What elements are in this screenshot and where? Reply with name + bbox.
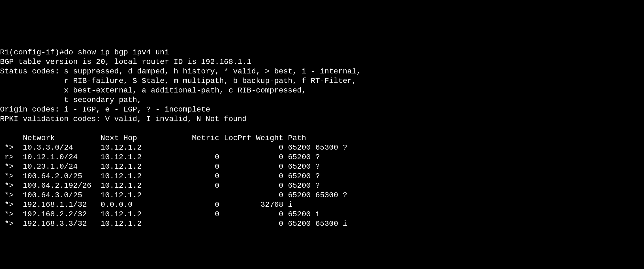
route-locprf — [219, 181, 252, 190]
col-metric: Metric — [192, 134, 219, 142]
route-weight: 0 — [251, 162, 283, 171]
route-path: 65200 65300 ? — [288, 143, 347, 152]
route-network: 10.23.1.0/24 — [23, 162, 101, 171]
route-metric: 0 — [192, 210, 219, 218]
route-metric: 0 — [192, 181, 219, 190]
col-weight: Weight — [256, 134, 283, 142]
route-metric — [192, 191, 219, 199]
table-row: r> 10.12.1.0/24 10.12.1.2 0 0 65200 ? — [0, 153, 320, 161]
origin-codes-line: Origin codes: i - IGP, e - EGP, ? - inco… — [0, 105, 210, 114]
route-metric — [192, 219, 219, 228]
bgp-table-version-line: BGP table version is 20, local router ID… — [0, 58, 251, 66]
route-nexthop: 10.12.1.2 — [101, 143, 192, 152]
col-next-hop: Next Hop — [101, 134, 137, 142]
col-locprf: LocPrf — [224, 134, 251, 142]
status-codes-3: x best-external, a additional-path, c RI… — [64, 86, 306, 95]
status-codes-label: Status codes: — [0, 67, 59, 76]
route-weight: 0 — [251, 210, 283, 218]
table-row: *> 192.168.2.2/32 10.12.1.2 0 0 65200 i — [0, 210, 320, 218]
route-path: 65200 65300 i — [288, 219, 347, 228]
route-weight: 0 — [251, 181, 283, 190]
route-path: i — [288, 200, 293, 209]
status-codes-4: t secondary path, — [64, 96, 142, 104]
terminal-output[interactable]: R1(config-if)#do show ip bgp ipv4 uni BG… — [0, 48, 644, 228]
route-status: *> — [0, 181, 14, 190]
route-nexthop: 10.12.1.2 — [101, 162, 192, 171]
route-locprf — [219, 153, 252, 161]
route-weight: 32768 — [251, 200, 283, 209]
route-path: 65200 ? — [288, 181, 320, 190]
route-locprf — [219, 210, 252, 218]
command-text: do show ip bgp ipv4 uni — [64, 48, 169, 57]
route-weight: 0 — [251, 153, 283, 161]
route-metric: 0 — [192, 162, 219, 171]
route-weight: 0 — [251, 143, 283, 152]
route-path: 65200 i — [288, 210, 320, 218]
route-status: *> — [0, 143, 14, 152]
table-row: *> 100.64.3.0/25 10.12.1.2 0 65200 65300… — [0, 191, 347, 199]
route-path: 65200 ? — [288, 162, 320, 171]
route-nexthop: 0.0.0.0 — [101, 200, 192, 209]
route-metric: 0 — [192, 200, 219, 209]
route-network: 100.64.3.0/25 — [23, 191, 101, 199]
route-network: 192.168.2.2/32 — [23, 210, 101, 218]
route-path: 65200 ? — [288, 153, 320, 161]
route-metric — [192, 143, 219, 152]
prompt: R1(config-if)# — [0, 48, 64, 57]
route-nexthop: 10.12.1.2 — [101, 210, 192, 218]
route-status: *> — [0, 191, 14, 199]
route-status: *> — [0, 210, 14, 218]
table-row: *> 192.168.1.1/32 0.0.0.0 0 32768 i — [0, 200, 292, 209]
table-row: *> 10.3.3.0/24 10.12.1.2 0 65200 65300 ? — [0, 143, 347, 152]
route-nexthop: 10.12.1.2 — [101, 191, 192, 199]
table-row: *> 192.168.3.3/32 10.12.1.2 0 65200 6530… — [0, 219, 347, 228]
route-weight: 0 — [251, 219, 283, 228]
route-nexthop: 10.12.1.2 — [101, 172, 192, 180]
route-nexthop: 10.12.1.2 — [101, 153, 192, 161]
route-locprf — [219, 219, 252, 228]
table-row: *> 10.23.1.0/24 10.12.1.2 0 0 65200 ? — [0, 162, 320, 171]
table-row: *> 100.64.2.192/26 10.12.1.2 0 0 65200 ? — [0, 181, 320, 190]
route-network: 10.12.1.0/24 — [23, 153, 101, 161]
route-weight: 0 — [251, 191, 283, 199]
table-row: *> 100.64.2.0/25 10.12.1.2 0 0 65200 ? — [0, 172, 320, 180]
status-codes-2: r RIB-failure, S Stale, m multipath, b b… — [64, 77, 356, 85]
route-path: 65200 ? — [288, 172, 320, 180]
col-network: Network — [23, 134, 55, 142]
route-metric: 0 — [192, 172, 219, 180]
route-metric: 0 — [192, 153, 219, 161]
route-path: 65200 65300 ? — [288, 191, 347, 199]
route-status: *> — [0, 200, 14, 209]
route-network: 192.168.3.3/32 — [23, 219, 101, 228]
route-network: 192.168.1.1/32 — [23, 200, 101, 209]
route-nexthop: 10.12.1.2 — [101, 219, 192, 228]
route-nexthop: 10.12.1.2 — [101, 181, 192, 190]
route-status: *> — [0, 172, 14, 180]
status-codes-1: s suppressed, d damped, h history, * val… — [59, 67, 361, 76]
route-locprf — [219, 172, 252, 180]
route-network: 10.3.3.0/24 — [23, 143, 101, 152]
route-locprf — [219, 143, 252, 152]
route-locprf — [219, 191, 252, 199]
route-locprf — [219, 200, 252, 209]
routes-table-body: *> 10.3.3.0/24 10.12.1.2 0 65200 65300 ?… — [0, 143, 644, 228]
route-status: r> — [0, 153, 14, 161]
route-status: *> — [0, 162, 14, 171]
route-status: *> — [0, 219, 14, 228]
col-path: Path — [288, 134, 306, 142]
route-weight: 0 — [251, 172, 283, 180]
rpki-line: RPKI validation codes: V valid, I invali… — [0, 115, 247, 123]
route-network: 100.64.2.192/26 — [23, 181, 101, 190]
route-locprf — [219, 162, 252, 171]
route-network: 100.64.2.0/25 — [23, 172, 101, 180]
